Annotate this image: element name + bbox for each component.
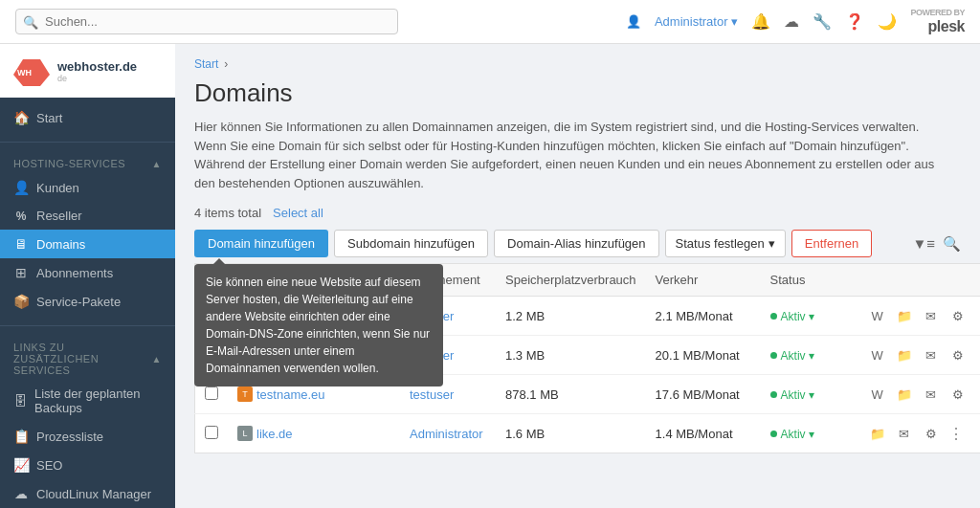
row-status-dropdown-2[interactable]: Aktiv ▾ — [781, 388, 814, 402]
breadcrumb-start[interactable]: Start — [194, 57, 218, 71]
sidebar-item-backups[interactable]: 🗄 Liste der geplanten Backups — [0, 380, 175, 422]
row-domain-link-2[interactable]: testname.eu — [256, 387, 325, 402]
add-subdomain-button[interactable]: Subdomain hinzufügen — [334, 230, 488, 257]
abonnements-icon: ⊞ — [13, 265, 29, 280]
row-actions-2: W 📁 ✉ ⚙ ⋮ — [866, 383, 980, 406]
more-icon-3[interactable]: ⋮ — [947, 425, 966, 443]
plesk-brand-text: plesk — [910, 17, 965, 35]
sidebar-item-reseller[interactable]: % Reseller — [0, 202, 175, 230]
remove-button[interactable]: Entfernen — [791, 230, 872, 257]
more-icon-2[interactable]: ⋮ — [973, 386, 980, 404]
sidebar-logo-text: webhoster.de — [57, 59, 137, 74]
add-domain-container: Domain hinzufügen Sie können eine neue W… — [194, 230, 328, 257]
row-domain-link-3[interactable]: like.de — [256, 427, 293, 441]
sidebar-item-kunden-label: Kunden — [36, 181, 79, 195]
folder-icon-1[interactable]: 📁 — [893, 343, 916, 366]
items-bar: 4 items total Select all — [194, 206, 961, 220]
search-input[interactable] — [15, 9, 398, 34]
more-icon-0[interactable]: ⋮ — [973, 307, 980, 325]
select-all-link[interactable]: Select all — [273, 206, 323, 220]
cloud-icon[interactable]: ☁ — [784, 12, 799, 31]
add-domain-button[interactable]: Domain hinzufügen — [194, 230, 328, 257]
sidebar-item-service-pakete[interactable]: 📦 Service-Pakete — [0, 287, 175, 316]
select-all-checkbox[interactable] — [205, 272, 218, 285]
row-status-dropdown-1[interactable]: Aktiv ▾ — [781, 349, 814, 363]
row-checkbox-1[interactable] — [205, 347, 218, 361]
user-menu[interactable]: Administrator ▾ — [655, 14, 739, 29]
email-icon-1[interactable]: ✉ — [920, 343, 943, 366]
row-actions-cell-2: W 📁 ✉ ⚙ ⋮ — [857, 375, 980, 414]
items-total: 4 items total — [194, 206, 261, 220]
wordpress-icon-0[interactable]: W — [866, 304, 889, 327]
row-checkbox-2[interactable] — [205, 387, 218, 400]
cloudlinux-icon: ☁ — [13, 486, 29, 501]
row-customer-link-2[interactable]: testuser — [410, 387, 454, 402]
folder-icon-3[interactable]: 📁 — [866, 422, 889, 445]
row-domain-link-0[interactable]: testname.eu — [256, 309, 325, 323]
more-icon-1[interactable]: ⋮ — [973, 346, 980, 364]
settings-icon-0[interactable]: ⚙ — [947, 304, 969, 327]
row-customer-cell-0: testuser — [400, 297, 496, 336]
sidebar-item-abonnements[interactable]: ⊞ Abonnements — [0, 258, 175, 287]
sidebar-item-prozessliste[interactable]: 📋 Prozessliste — [0, 422, 175, 451]
extensions-icon[interactable]: 🔧 — [813, 12, 832, 31]
sidebar-item-domains-label: Domains — [36, 237, 85, 252]
hosting-chevron-icon[interactable]: ▲ — [152, 159, 162, 169]
user-label: Administrator — [655, 14, 728, 29]
row-status-cell-2: Aktiv ▾ — [761, 375, 857, 414]
row-customer-link-0[interactable]: testuser — [410, 309, 454, 323]
sidebar-item-domains[interactable]: 🖥 Domains — [0, 230, 175, 258]
row-checkbox-cell-0 — [195, 297, 229, 336]
email-icon-3[interactable]: ✉ — [893, 422, 916, 445]
table-row: T testname.eu testuser 878.1 MB 17.6 MB/… — [195, 375, 981, 414]
row-status-badge-3: Aktiv ▾ — [770, 428, 814, 441]
row-status-dropdown-3[interactable]: Aktiv ▾ — [781, 428, 814, 441]
row-actions-cell-0: W 📁 ✉ ⚙ ⋮ — [857, 297, 980, 336]
row-customer-link-1[interactable]: testuser — [410, 348, 454, 363]
links-section-label: Links zu zusätzlichen Services — [13, 342, 152, 376]
help-icon[interactable]: ❓ — [845, 12, 864, 31]
seo-icon: 📈 — [13, 457, 29, 473]
row-favicon-1: N — [237, 347, 253, 363]
folder-icon-2[interactable]: 📁 — [893, 383, 916, 406]
settings-icon-1[interactable]: ⚙ — [947, 343, 969, 366]
breadcrumb-separator: › — [224, 57, 228, 71]
row-domain-cell-1: N nextcloud.testname.eu — [228, 336, 400, 375]
sidebar-item-start[interactable]: 🏠 Start — [0, 103, 175, 132]
row-checkbox-3[interactable] — [205, 426, 218, 439]
add-alias-button[interactable]: Domain-Alias hinzufügen — [494, 230, 659, 257]
table-search-icon[interactable]: 🔍 — [943, 235, 961, 253]
email-icon-2[interactable]: ✉ — [920, 383, 943, 406]
email-icon-0[interactable]: ✉ — [920, 304, 943, 327]
sidebar-hosting-header: Hosting-Services ▲ — [0, 152, 175, 173]
notifications-icon[interactable]: 🔔 — [751, 12, 770, 31]
set-status-button[interactable]: Status festlegen ▾ — [665, 230, 786, 257]
settings-icon-2[interactable]: ⚙ — [947, 383, 969, 406]
row-customer-link-3[interactable]: Administrator — [410, 427, 483, 441]
row-checkbox-0[interactable] — [205, 308, 218, 321]
sidebar-item-cloudlinux[interactable]: ☁ CloudLinux Manager — [0, 479, 175, 508]
theme-icon[interactable]: 🌙 — [878, 12, 897, 31]
wordpress-icon-2[interactable]: W — [866, 383, 889, 406]
links-chevron-icon[interactable]: ▲ — [152, 354, 162, 364]
row-status-dropdown-0[interactable]: Aktiv ▾ — [781, 310, 814, 323]
header-status: Status — [761, 264, 857, 297]
sidebar-item-prozessliste-label: Prozessliste — [36, 430, 103, 444]
row-domain-cell-0: ST testname.eu — [228, 297, 400, 336]
settings-icon-3[interactable]: ⚙ — [920, 422, 943, 445]
row-domain-link-1[interactable]: nextcloud.testname.eu — [256, 348, 382, 363]
sidebar-item-kunden[interactable]: 👤 Kunden — [0, 173, 175, 202]
sidebar-item-cloudlinux-label: CloudLinux Manager — [36, 487, 151, 501]
folder-icon-0[interactable]: 📁 — [893, 304, 916, 327]
row-actions-cell-1: W 📁 ✉ ⚙ ⋮ — [857, 336, 980, 375]
row-status-cell-3: Aktiv ▾ — [761, 414, 857, 453]
topbar-right: 👤 Administrator ▾ 🔔 ☁ 🔧 ❓ 🌙 POWERED BY p… — [626, 8, 965, 36]
domains-icon: 🖥 — [13, 236, 29, 252]
row-traffic-cell-3: 1.4 MB/Monat — [646, 414, 761, 453]
service-pakete-icon: 📦 — [13, 294, 29, 309]
filter-icon[interactable]: ▼≡ — [912, 235, 935, 253]
row-status-badge-0: Aktiv ▾ — [770, 310, 814, 323]
kunden-icon: 👤 — [13, 180, 29, 195]
sidebar-item-seo[interactable]: 📈 SEO — [0, 451, 175, 479]
wordpress-icon-1[interactable]: W — [866, 343, 889, 366]
